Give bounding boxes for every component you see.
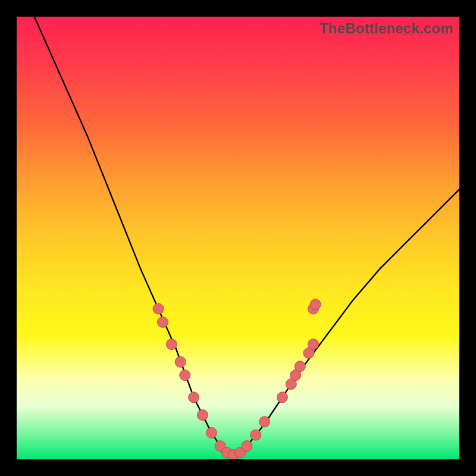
data-marker	[153, 303, 164, 314]
data-marker	[198, 410, 208, 421]
data-marker	[166, 339, 177, 350]
data-marker	[277, 392, 287, 403]
data-marker	[308, 339, 319, 350]
plot-area: TheBottleneck.com	[17, 17, 459, 459]
data-marker	[310, 299, 321, 310]
curve-layer	[35, 17, 459, 455]
data-marker	[259, 416, 270, 427]
bottleneck-curve-path	[35, 17, 459, 455]
data-marker	[158, 317, 168, 327]
chart-svg	[17, 17, 459, 459]
data-marker	[242, 441, 252, 452]
data-marker	[206, 427, 217, 438]
data-marker	[180, 370, 190, 381]
data-marker	[295, 361, 305, 372]
data-marker	[250, 430, 261, 440]
data-marker	[175, 356, 186, 367]
chart-frame: TheBottleneck.com	[0, 0, 476, 476]
data-marker	[189, 392, 199, 403]
marker-layer	[153, 299, 321, 459]
